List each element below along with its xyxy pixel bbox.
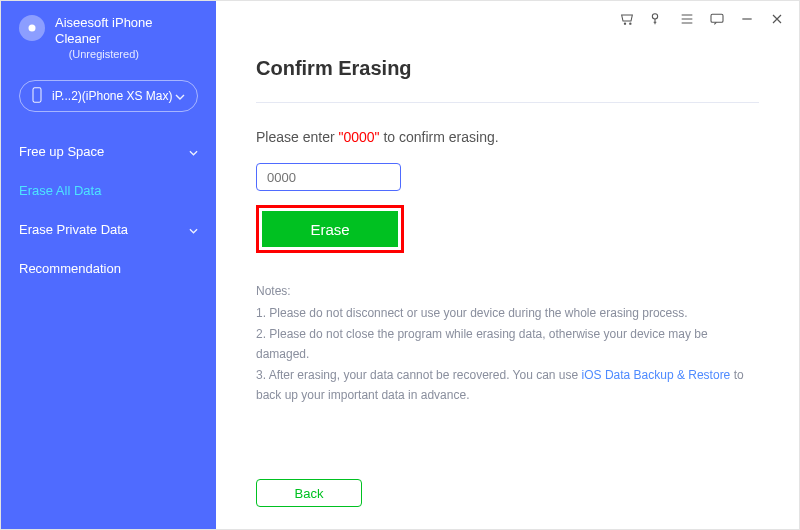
confirmation-code-input[interactable] [256, 163, 401, 191]
svg-point-3 [630, 23, 631, 24]
app-logo [19, 15, 45, 41]
close-icon[interactable] [769, 11, 785, 27]
title-bar-icons [619, 11, 785, 27]
device-selector[interactable]: iP...2)(iPhone XS Max) [19, 80, 198, 112]
brand-status: (Unregistered) [55, 48, 153, 60]
sidebar-item-label: Erase All Data [19, 183, 101, 198]
footer: Back [216, 479, 799, 529]
sidebar-item-label: Erase Private Data [19, 222, 128, 237]
backup-restore-link[interactable]: iOS Data Backup & Restore [582, 368, 731, 382]
sidebar-item-label: Recommendation [19, 261, 121, 276]
notes-section: Notes: 1. Please do not disconnect or us… [256, 281, 759, 405]
content-panel: Confirm Erasing Please enter "0000" to c… [216, 1, 799, 479]
sidebar-item-label: Free up Space [19, 144, 104, 159]
device-label: iP...2)(iPhone XS Max) [52, 89, 175, 103]
cart-icon[interactable] [619, 11, 635, 27]
sidebar-item-erase-all-data[interactable]: Erase All Data [1, 171, 216, 210]
sidebar-item-free-up-space[interactable]: Free up Space [1, 132, 216, 171]
prompt-post: to confirm erasing. [380, 129, 499, 145]
svg-rect-1 [33, 87, 41, 101]
svg-point-2 [624, 23, 625, 24]
prompt-pre: Please enter [256, 129, 339, 145]
svg-rect-5 [711, 14, 723, 22]
brand-block: Aiseesoft iPhone Cleaner (Unregistered) [1, 15, 216, 74]
svg-point-0 [29, 25, 36, 32]
phone-icon [32, 87, 44, 106]
note-3: 3. After erasing, your data cannot be re… [256, 365, 759, 406]
minimize-icon[interactable] [739, 11, 755, 27]
page-title: Confirm Erasing [256, 57, 759, 80]
note-2: 2. Please do not close the program while… [256, 324, 759, 365]
feedback-icon[interactable] [709, 11, 725, 27]
note-1: 1. Please do not disconnect or use your … [256, 303, 759, 323]
note-3-pre: 3. After erasing, your data cannot be re… [256, 368, 582, 382]
chevron-down-icon [189, 222, 198, 237]
back-button[interactable]: Back [256, 479, 362, 507]
sidebar-item-recommendation[interactable]: Recommendation [1, 249, 216, 288]
chevron-down-icon [175, 89, 185, 103]
brand-title-line1: Aiseesoft iPhone [55, 15, 153, 31]
divider [256, 102, 759, 103]
key-icon[interactable] [649, 11, 665, 27]
svg-point-4 [652, 14, 657, 19]
sidebar-item-erase-private-data[interactable]: Erase Private Data [1, 210, 216, 249]
confirm-prompt: Please enter "0000" to confirm erasing. [256, 129, 759, 145]
brand-title-line2: Cleaner [55, 31, 153, 47]
app-window: Aiseesoft iPhone Cleaner (Unregistered) … [0, 0, 800, 530]
sidebar: Aiseesoft iPhone Cleaner (Unregistered) … [1, 1, 216, 529]
menu-icon[interactable] [679, 11, 695, 27]
main-area: Confirm Erasing Please enter "0000" to c… [216, 1, 799, 529]
erase-highlight-box: Erase [256, 205, 404, 253]
notes-header: Notes: [256, 281, 759, 301]
erase-button[interactable]: Erase [262, 211, 398, 247]
prompt-code: "0000" [339, 129, 380, 145]
chevron-down-icon [189, 144, 198, 159]
